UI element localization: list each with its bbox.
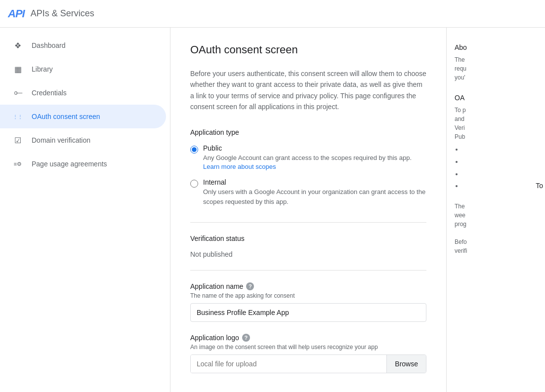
credentials-icon: o—	[12, 87, 24, 99]
dashboard-icon: ❖	[12, 39, 24, 51]
right-panel-footer-text: TheweeprogBefoverifi	[455, 202, 537, 255]
application-name-input[interactable]	[190, 303, 426, 322]
application-name-group: Application name ? The name of the app a…	[190, 282, 426, 322]
file-upload-input[interactable]	[191, 355, 386, 373]
application-name-help-icon[interactable]: ?	[246, 282, 254, 290]
right-panel: Abo Therequyou' OA To pandVeriPub Thewee…	[446, 28, 545, 392]
top-bar: API APIs & Services	[0, 0, 545, 28]
right-panel-footer: TheweeprogBefoverifi	[455, 202, 537, 255]
application-type-label: Application type	[190, 128, 426, 136]
radio-internal-content: Internal Only users with a Google Accoun…	[203, 178, 426, 206]
radio-public[interactable]	[190, 146, 198, 154]
radio-option-public: Public Any Google Account can grant acce…	[190, 144, 426, 171]
sidebar-item-library[interactable]: ▦ Library	[0, 57, 166, 81]
sidebar-label-domain: Domain verification	[32, 136, 90, 144]
radio-internal-label: Internal	[203, 178, 426, 186]
application-logo-hint: An image on the consent screen that will…	[190, 344, 426, 351]
sidebar: ❖ Dashboard ▦ Library o— Credentials ⋮⋮ …	[0, 28, 170, 392]
sidebar-label-credentials: Credentials	[32, 89, 67, 97]
divider-2	[190, 270, 426, 271]
radio-public-desc: Any Google Account can grant access to t…	[203, 153, 412, 163]
domain-icon: ☑	[12, 134, 24, 146]
application-logo-help-icon[interactable]: ?	[242, 334, 250, 342]
divider-1	[190, 222, 426, 223]
browse-button[interactable]: Browse	[386, 355, 426, 373]
content-area: OAuth consent screen Before your users a…	[170, 28, 446, 392]
sidebar-label-library: Library	[32, 65, 53, 73]
sidebar-item-domain[interactable]: ☑ Domain verification	[0, 128, 166, 152]
right-panel-oauth-text: To pandVeriPub	[455, 106, 537, 141]
api-logo: API	[8, 7, 25, 20]
bullet-item-3	[462, 170, 537, 178]
learn-more-link[interactable]: Learn more about scopes	[203, 163, 276, 170]
right-panel-about-text: Therequyou'	[455, 55, 537, 82]
bullet-item-4	[462, 182, 537, 190]
sidebar-item-page-usage[interactable]: ≡⚙ Page usage agreements	[0, 152, 166, 176]
sidebar-label-dashboard: Dashboard	[32, 41, 66, 49]
page-usage-icon: ≡⚙	[12, 158, 24, 170]
file-upload-row: Browse	[190, 354, 426, 373]
verification-status-label: Verification status	[190, 235, 426, 242]
bullet-item-2	[462, 157, 537, 166]
radio-option-internal: Internal Only users with a Google Accoun…	[190, 178, 426, 206]
sidebar-label-oauth: OAuth consent screen	[32, 113, 100, 120]
top-bar-title: APIs & Services	[31, 8, 94, 19]
sidebar-label-page-usage: Page usage agreements	[32, 160, 107, 168]
radio-public-content: Public Any Google Account can grant acce…	[203, 144, 412, 171]
verification-status-value: Not published	[190, 250, 426, 258]
library-icon: ▦	[12, 63, 24, 75]
right-panel-about: Abo Therequyou'	[455, 43, 537, 82]
sidebar-item-dashboard[interactable]: ❖ Dashboard	[0, 34, 166, 57]
radio-public-label: Public	[203, 144, 412, 152]
application-logo-group: Application logo ? An image on the conse…	[190, 334, 426, 373]
sidebar-item-oauth[interactable]: ⋮⋮ OAuth consent screen	[0, 105, 166, 128]
radio-internal[interactable]	[190, 180, 198, 188]
to-label: To	[536, 182, 545, 190]
page-description: Before your users authenticate, this con…	[190, 68, 426, 113]
main-layout: ❖ Dashboard ▦ Library o— Credentials ⋮⋮ …	[0, 28, 545, 392]
verification-status-section: Verification status Not published	[190, 235, 426, 258]
application-type-section: Application type Public Any Google Accou…	[190, 128, 426, 207]
bullet-item-1	[462, 145, 537, 154]
application-logo-label: Application logo ?	[190, 334, 426, 342]
page-title: OAuth consent screen	[190, 43, 426, 56]
radio-internal-desc: Only users with a Google Account in your…	[203, 187, 426, 206]
sidebar-item-credentials[interactable]: o— Credentials	[0, 81, 166, 105]
application-name-hint: The name of the app asking for consent	[190, 292, 426, 299]
oauth-icon: ⋮⋮	[12, 111, 24, 122]
application-name-label: Application name ?	[190, 282, 426, 290]
right-panel-oauth-title: OA	[455, 94, 537, 102]
right-panel-oauth: OA To pandVeriPub	[455, 94, 537, 190]
right-panel-about-title: Abo	[455, 43, 537, 51]
right-panel-bullet-list	[455, 145, 537, 190]
